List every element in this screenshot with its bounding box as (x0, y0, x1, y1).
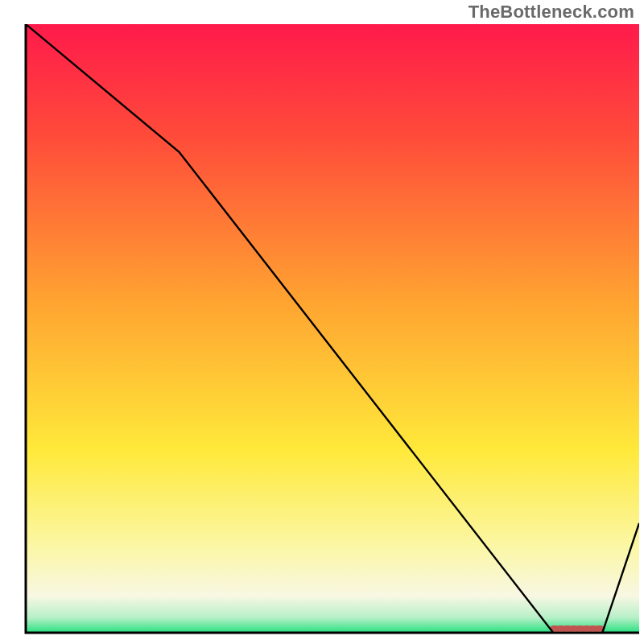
chart-container: TheBottleneck.com (0, 0, 644, 644)
gradient-background (26, 24, 639, 633)
chart-svg (0, 0, 644, 644)
